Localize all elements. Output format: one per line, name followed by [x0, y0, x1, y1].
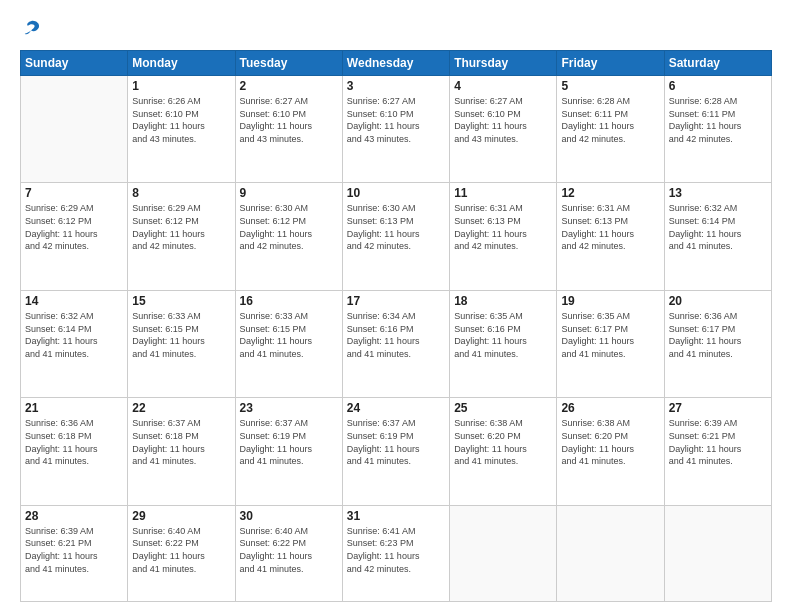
- calendar-week-row: 1Sunrise: 6:26 AM Sunset: 6:10 PM Daylig…: [21, 76, 772, 183]
- day-info: Sunrise: 6:37 AM Sunset: 6:18 PM Dayligh…: [132, 417, 230, 467]
- calendar-cell: 13Sunrise: 6:32 AM Sunset: 6:14 PM Dayli…: [664, 183, 771, 290]
- calendar-cell: 19Sunrise: 6:35 AM Sunset: 6:17 PM Dayli…: [557, 290, 664, 397]
- calendar-cell: 16Sunrise: 6:33 AM Sunset: 6:15 PM Dayli…: [235, 290, 342, 397]
- day-info: Sunrise: 6:28 AM Sunset: 6:11 PM Dayligh…: [669, 95, 767, 145]
- day-info: Sunrise: 6:39 AM Sunset: 6:21 PM Dayligh…: [669, 417, 767, 467]
- day-number: 25: [454, 401, 552, 415]
- logo: [20, 18, 46, 40]
- day-info: Sunrise: 6:35 AM Sunset: 6:16 PM Dayligh…: [454, 310, 552, 360]
- header: [20, 18, 772, 40]
- calendar-cell: 7Sunrise: 6:29 AM Sunset: 6:12 PM Daylig…: [21, 183, 128, 290]
- day-number: 19: [561, 294, 659, 308]
- calendar-cell: 15Sunrise: 6:33 AM Sunset: 6:15 PM Dayli…: [128, 290, 235, 397]
- day-number: 20: [669, 294, 767, 308]
- day-number: 10: [347, 186, 445, 200]
- calendar-cell: 31Sunrise: 6:41 AM Sunset: 6:23 PM Dayli…: [342, 505, 449, 601]
- weekday-header: Saturday: [664, 51, 771, 76]
- day-info: Sunrise: 6:27 AM Sunset: 6:10 PM Dayligh…: [240, 95, 338, 145]
- day-number: 28: [25, 509, 123, 523]
- day-number: 13: [669, 186, 767, 200]
- day-info: Sunrise: 6:38 AM Sunset: 6:20 PM Dayligh…: [561, 417, 659, 467]
- calendar-cell: 29Sunrise: 6:40 AM Sunset: 6:22 PM Dayli…: [128, 505, 235, 601]
- day-number: 26: [561, 401, 659, 415]
- day-info: Sunrise: 6:27 AM Sunset: 6:10 PM Dayligh…: [454, 95, 552, 145]
- calendar-cell: 23Sunrise: 6:37 AM Sunset: 6:19 PM Dayli…: [235, 398, 342, 505]
- day-number: 15: [132, 294, 230, 308]
- calendar-week-row: 7Sunrise: 6:29 AM Sunset: 6:12 PM Daylig…: [21, 183, 772, 290]
- day-number: 9: [240, 186, 338, 200]
- weekday-header: Wednesday: [342, 51, 449, 76]
- day-number: 11: [454, 186, 552, 200]
- day-number: 3: [347, 79, 445, 93]
- calendar-cell: 12Sunrise: 6:31 AM Sunset: 6:13 PM Dayli…: [557, 183, 664, 290]
- day-number: 31: [347, 509, 445, 523]
- day-number: 4: [454, 79, 552, 93]
- day-number: 24: [347, 401, 445, 415]
- day-info: Sunrise: 6:27 AM Sunset: 6:10 PM Dayligh…: [347, 95, 445, 145]
- calendar-cell: [450, 505, 557, 601]
- weekday-header: Thursday: [450, 51, 557, 76]
- calendar-cell: 3Sunrise: 6:27 AM Sunset: 6:10 PM Daylig…: [342, 76, 449, 183]
- day-number: 5: [561, 79, 659, 93]
- calendar-cell: 11Sunrise: 6:31 AM Sunset: 6:13 PM Dayli…: [450, 183, 557, 290]
- page: SundayMondayTuesdayWednesdayThursdayFrid…: [0, 0, 792, 612]
- day-info: Sunrise: 6:29 AM Sunset: 6:12 PM Dayligh…: [132, 202, 230, 252]
- calendar-table: SundayMondayTuesdayWednesdayThursdayFrid…: [20, 50, 772, 602]
- day-info: Sunrise: 6:32 AM Sunset: 6:14 PM Dayligh…: [25, 310, 123, 360]
- day-number: 21: [25, 401, 123, 415]
- day-number: 2: [240, 79, 338, 93]
- day-number: 22: [132, 401, 230, 415]
- calendar-cell: 9Sunrise: 6:30 AM Sunset: 6:12 PM Daylig…: [235, 183, 342, 290]
- day-info: Sunrise: 6:34 AM Sunset: 6:16 PM Dayligh…: [347, 310, 445, 360]
- calendar-cell: 17Sunrise: 6:34 AM Sunset: 6:16 PM Dayli…: [342, 290, 449, 397]
- day-info: Sunrise: 6:31 AM Sunset: 6:13 PM Dayligh…: [561, 202, 659, 252]
- day-number: 23: [240, 401, 338, 415]
- day-info: Sunrise: 6:26 AM Sunset: 6:10 PM Dayligh…: [132, 95, 230, 145]
- day-info: Sunrise: 6:30 AM Sunset: 6:13 PM Dayligh…: [347, 202, 445, 252]
- calendar-cell: 1Sunrise: 6:26 AM Sunset: 6:10 PM Daylig…: [128, 76, 235, 183]
- day-number: 29: [132, 509, 230, 523]
- day-info: Sunrise: 6:37 AM Sunset: 6:19 PM Dayligh…: [347, 417, 445, 467]
- calendar-week-row: 14Sunrise: 6:32 AM Sunset: 6:14 PM Dayli…: [21, 290, 772, 397]
- day-info: Sunrise: 6:36 AM Sunset: 6:18 PM Dayligh…: [25, 417, 123, 467]
- weekday-header: Friday: [557, 51, 664, 76]
- day-number: 8: [132, 186, 230, 200]
- day-info: Sunrise: 6:38 AM Sunset: 6:20 PM Dayligh…: [454, 417, 552, 467]
- day-info: Sunrise: 6:36 AM Sunset: 6:17 PM Dayligh…: [669, 310, 767, 360]
- day-info: Sunrise: 6:37 AM Sunset: 6:19 PM Dayligh…: [240, 417, 338, 467]
- day-number: 17: [347, 294, 445, 308]
- day-number: 1: [132, 79, 230, 93]
- day-number: 16: [240, 294, 338, 308]
- calendar-cell: 22Sunrise: 6:37 AM Sunset: 6:18 PM Dayli…: [128, 398, 235, 505]
- day-number: 30: [240, 509, 338, 523]
- weekday-header-row: SundayMondayTuesdayWednesdayThursdayFrid…: [21, 51, 772, 76]
- day-number: 6: [669, 79, 767, 93]
- calendar-cell: 4Sunrise: 6:27 AM Sunset: 6:10 PM Daylig…: [450, 76, 557, 183]
- weekday-header: Sunday: [21, 51, 128, 76]
- calendar-cell: 14Sunrise: 6:32 AM Sunset: 6:14 PM Dayli…: [21, 290, 128, 397]
- day-info: Sunrise: 6:33 AM Sunset: 6:15 PM Dayligh…: [132, 310, 230, 360]
- day-info: Sunrise: 6:28 AM Sunset: 6:11 PM Dayligh…: [561, 95, 659, 145]
- day-info: Sunrise: 6:33 AM Sunset: 6:15 PM Dayligh…: [240, 310, 338, 360]
- calendar-cell: 5Sunrise: 6:28 AM Sunset: 6:11 PM Daylig…: [557, 76, 664, 183]
- calendar-cell: 8Sunrise: 6:29 AM Sunset: 6:12 PM Daylig…: [128, 183, 235, 290]
- day-info: Sunrise: 6:31 AM Sunset: 6:13 PM Dayligh…: [454, 202, 552, 252]
- calendar-cell: 30Sunrise: 6:40 AM Sunset: 6:22 PM Dayli…: [235, 505, 342, 601]
- calendar-week-row: 28Sunrise: 6:39 AM Sunset: 6:21 PM Dayli…: [21, 505, 772, 601]
- calendar-cell: 28Sunrise: 6:39 AM Sunset: 6:21 PM Dayli…: [21, 505, 128, 601]
- calendar-cell: 25Sunrise: 6:38 AM Sunset: 6:20 PM Dayli…: [450, 398, 557, 505]
- day-info: Sunrise: 6:30 AM Sunset: 6:12 PM Dayligh…: [240, 202, 338, 252]
- calendar-cell: 27Sunrise: 6:39 AM Sunset: 6:21 PM Dayli…: [664, 398, 771, 505]
- day-info: Sunrise: 6:39 AM Sunset: 6:21 PM Dayligh…: [25, 525, 123, 575]
- calendar-cell: 26Sunrise: 6:38 AM Sunset: 6:20 PM Dayli…: [557, 398, 664, 505]
- day-number: 7: [25, 186, 123, 200]
- calendar-cell: 21Sunrise: 6:36 AM Sunset: 6:18 PM Dayli…: [21, 398, 128, 505]
- calendar-week-row: 21Sunrise: 6:36 AM Sunset: 6:18 PM Dayli…: [21, 398, 772, 505]
- day-info: Sunrise: 6:35 AM Sunset: 6:17 PM Dayligh…: [561, 310, 659, 360]
- weekday-header: Monday: [128, 51, 235, 76]
- calendar-cell: [557, 505, 664, 601]
- calendar-cell: 24Sunrise: 6:37 AM Sunset: 6:19 PM Dayli…: [342, 398, 449, 505]
- weekday-header: Tuesday: [235, 51, 342, 76]
- calendar-cell: 18Sunrise: 6:35 AM Sunset: 6:16 PM Dayli…: [450, 290, 557, 397]
- calendar-cell: 6Sunrise: 6:28 AM Sunset: 6:11 PM Daylig…: [664, 76, 771, 183]
